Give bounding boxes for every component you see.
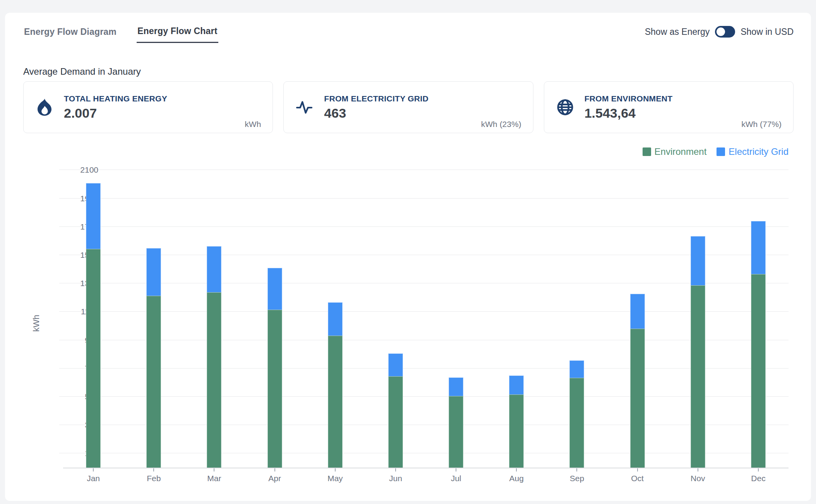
card-value: 463 — [324, 106, 429, 121]
plot-area: 100300500700900110013001500170019002100J… — [63, 168, 789, 468]
bar-segment-environment[interactable] — [691, 285, 705, 468]
header-row: Energy Flow Diagram Energy Flow Chart Sh… — [23, 24, 794, 43]
bar-oct — [630, 294, 645, 468]
bar-column-nov: Nov — [668, 168, 728, 468]
bar-segment-electricity-grid[interactable] — [86, 183, 101, 249]
x-axis-tick — [395, 468, 396, 471]
bar-segment-electricity-grid[interactable] — [630, 294, 645, 329]
bar-aug — [509, 375, 524, 468]
legend-swatch-environment — [643, 147, 651, 156]
bar-segment-electricity-grid[interactable] — [267, 268, 282, 309]
energy-usd-toggle[interactable] — [715, 26, 735, 38]
bar-column-mar: Mar — [184, 168, 244, 468]
card-value: 1.543,64 — [585, 106, 673, 121]
bar-segment-environment[interactable] — [509, 394, 524, 468]
bar-segment-electricity-grid[interactable] — [509, 375, 524, 394]
unit-toggle-group: Show as Energy Show in USD — [645, 26, 794, 38]
bar-segment-environment[interactable] — [267, 310, 282, 468]
bar-column-feb: Feb — [123, 168, 184, 468]
bar-cells: JanFebMarAprMayJunJulAugSepOctNovDec — [63, 168, 789, 468]
bar-column-jul: Jul — [426, 168, 486, 468]
bar-column-oct: Oct — [607, 168, 668, 468]
bar-column-dec: Dec — [728, 168, 789, 468]
bar-nov — [691, 236, 705, 468]
bar-segment-environment[interactable] — [449, 396, 463, 468]
bar-may — [328, 302, 343, 468]
toggle-label-energy: Show as Energy — [645, 27, 710, 37]
bar-segment-environment[interactable] — [388, 376, 403, 468]
bar-segment-electricity-grid[interactable] — [328, 302, 343, 335]
card-from-environment: FROM ENVIRONMENT 1.543,64 kWh (77%) — [544, 81, 794, 133]
bar-segment-environment[interactable] — [569, 378, 584, 468]
x-tick-label: Jan — [87, 474, 100, 483]
chart-legend: Environment Electricity Grid — [23, 146, 794, 157]
bar-column-jun: Jun — [365, 168, 426, 468]
bar-segment-electricity-grid[interactable] — [569, 360, 584, 378]
bar-segment-environment[interactable] — [146, 296, 161, 468]
x-axis-tick — [576, 468, 577, 471]
bar-segment-electricity-grid[interactable] — [449, 377, 463, 396]
bar-jul — [449, 377, 463, 468]
bar-segment-environment[interactable] — [630, 329, 645, 468]
stat-cards: TOTAL HEATING ENERGY 2.007 kWh FROM ELEC… — [23, 81, 794, 133]
legend-label: Electricity Grid — [729, 146, 789, 157]
section-title: Average Demand in January — [23, 66, 794, 77]
x-tick-label: Jun — [389, 474, 402, 483]
bar-column-apr: Apr — [245, 168, 305, 468]
bar-segment-environment[interactable] — [207, 292, 221, 468]
tab-energy-flow-diagram[interactable]: Energy Flow Diagram — [23, 24, 117, 43]
bar-feb — [146, 248, 161, 468]
x-tick-label: Aug — [509, 474, 524, 483]
x-tick-label: Sep — [570, 474, 584, 483]
x-tick-label: Nov — [691, 474, 705, 483]
bar-segment-electricity-grid[interactable] — [207, 246, 221, 292]
x-axis-tick — [758, 468, 759, 471]
card-value: 2.007 — [64, 106, 167, 121]
x-tick-label: Dec — [751, 474, 765, 483]
x-axis-tick — [516, 468, 517, 471]
bar-segment-environment[interactable] — [751, 274, 766, 468]
globe-icon — [556, 98, 574, 117]
card-from-electricity-grid: FROM ELECTRICITY GRID 463 kWh (23%) — [283, 81, 533, 133]
card-unit: kWh (23%) — [481, 120, 521, 133]
bar-segment-electricity-grid[interactable] — [691, 236, 705, 285]
bar-column-aug: Aug — [486, 168, 547, 468]
x-axis-tick — [637, 468, 638, 471]
bar-segment-environment[interactable] — [328, 336, 343, 468]
legend-label: Environment — [655, 146, 707, 157]
x-tick-label: May — [327, 474, 343, 483]
bar-dec — [751, 221, 766, 468]
bar-segment-electricity-grid[interactable] — [146, 248, 161, 296]
tab-bar: Energy Flow Diagram Energy Flow Chart — [23, 24, 218, 43]
legend-item-electricity-grid[interactable]: Electricity Grid — [717, 146, 789, 157]
x-axis-tick — [698, 468, 698, 471]
x-axis-tick — [93, 468, 94, 471]
x-axis-tick — [335, 468, 336, 471]
stacked-bar-chart: kWh 100300500700900110013001500170019002… — [23, 168, 794, 495]
toggle-label-usd: Show in USD — [741, 27, 794, 37]
pulse-icon — [295, 98, 314, 117]
bar-sep — [569, 360, 584, 468]
x-tick-label: Jul — [451, 474, 461, 483]
card-unit: kWh (77%) — [741, 120, 782, 133]
x-axis-tick — [153, 468, 154, 471]
toggle-knob — [717, 27, 725, 36]
x-tick-label: Feb — [147, 474, 161, 483]
bar-column-jan: Jan — [63, 168, 123, 468]
card-title: FROM ELECTRICITY GRID — [324, 94, 429, 103]
tab-energy-flow-chart[interactable]: Energy Flow Chart — [137, 24, 218, 43]
bar-column-sep: Sep — [547, 168, 607, 468]
legend-swatch-electricity-grid — [717, 147, 725, 156]
x-tick-label: Oct — [631, 474, 644, 483]
card-title: TOTAL HEATING ENERGY — [64, 94, 167, 103]
x-axis-tick — [214, 468, 214, 471]
bar-segment-environment[interactable] — [86, 249, 101, 468]
bar-jun — [388, 353, 403, 468]
bar-segment-electricity-grid[interactable] — [751, 221, 766, 274]
card-unit: kWh — [245, 120, 261, 133]
legend-item-environment[interactable]: Environment — [643, 146, 707, 157]
bar-segment-electricity-grid[interactable] — [388, 353, 403, 376]
x-axis-tick — [274, 468, 275, 471]
card-total-heating-energy: TOTAL HEATING ENERGY 2.007 kWh — [23, 81, 273, 133]
card-title: FROM ENVIRONMENT — [585, 94, 673, 103]
